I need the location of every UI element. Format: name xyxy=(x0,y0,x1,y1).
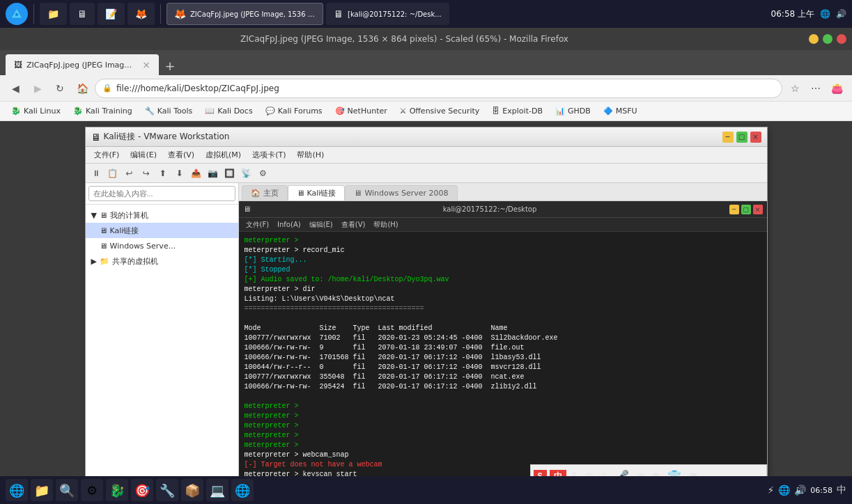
vmware-tool-btn3[interactable]: ↩ xyxy=(122,166,137,181)
taskbar-app-terminal[interactable]: 🖥 xyxy=(70,3,95,25)
taskbar-app-filemgr[interactable]: 📁 xyxy=(40,3,67,25)
bookmark-kali-linux[interactable]: 🐉 Kali Linux xyxy=(6,104,66,119)
bottom-terminal-btn[interactable]: 💻 xyxy=(206,479,229,501)
inner-minimize-btn[interactable]: ─ xyxy=(729,205,739,214)
nav-actions: ☆ ⋯ 👛 xyxy=(785,79,846,98)
inner-menu-edit[interactable]: Info(A) xyxy=(273,218,305,232)
bottom-files-btn[interactable]: 📁 xyxy=(31,479,53,501)
vmware-tool-btn4[interactable]: ↪ xyxy=(139,166,154,181)
vmware-tree-kali[interactable]: 🖥 Kali链接 xyxy=(86,223,238,238)
bottom-tools-btn[interactable]: 🔧 xyxy=(156,479,178,501)
terminal2-icon: 🖥 xyxy=(334,8,343,19)
firefox-close-btn[interactable] xyxy=(837,34,846,44)
bottom-packages-btn[interactable]: 📦 xyxy=(181,479,203,501)
home-tab-label: 主页 xyxy=(263,188,279,198)
back-button[interactable]: ◀ xyxy=(6,79,25,98)
vmware-menu-tabs[interactable]: 选项卡(T) xyxy=(247,147,291,164)
pocket-btn[interactable]: 👛 xyxy=(827,79,846,98)
terminal-line: 100644/rw-r--r-- 0 fil 2020-01-17 06:17:… xyxy=(245,363,761,372)
vmware-tool-btn5[interactable]: ⬆ xyxy=(155,166,171,181)
vmware-menu-view[interactable]: 查看(V) xyxy=(162,147,200,164)
bottom-network-btn[interactable]: 🌐 xyxy=(231,479,254,501)
vmware-tab-kali[interactable]: 🖥 Kali链接 xyxy=(288,185,346,200)
battery-icon[interactable]: ⚡ xyxy=(767,485,774,496)
vmware-tabs: 🏠 主页 🖥 Kali链接 🖥 Windows Server 2008 xyxy=(239,183,767,201)
vmware-tree-my-computer[interactable]: ▼ 🖥 我的计算机 xyxy=(86,207,238,223)
vmware-menu-vm[interactable]: 虚拟机(M) xyxy=(200,147,247,164)
kali-menu-button[interactable] xyxy=(6,3,28,25)
bookmark-ghdb[interactable]: 📊 GHDB xyxy=(550,104,596,119)
bookmark-kali-docs[interactable]: 📖 Kali Docs xyxy=(199,104,258,119)
bookmark-exploit-db[interactable]: 🗄 Exploit-DB xyxy=(486,104,548,119)
network-icon[interactable]: 🌐 xyxy=(820,9,830,19)
vmware-search-input[interactable] xyxy=(88,186,235,201)
msfu-bm-icon: 🔷 xyxy=(603,107,613,116)
address-bar[interactable]: 🔒 file:///home/kali/Desktop/ZICaqFpJ.jpe… xyxy=(95,79,782,98)
inner-maximize-btn[interactable]: □ xyxy=(741,205,751,214)
volume-status-icon[interactable]: 🔊 xyxy=(794,485,806,496)
vmware-menu-help[interactable]: 帮助(H) xyxy=(291,147,330,164)
vmware-tool-btn6[interactable]: ⬇ xyxy=(172,166,187,181)
vmware-tree-shared[interactable]: ▶ 📁 共享的虚拟机 xyxy=(86,253,238,269)
network-status-icon[interactable]: 🌐 xyxy=(778,485,790,496)
terminal-line: meterpreter > dir xyxy=(245,285,761,294)
bottom-kali-btn[interactable]: 🐉 xyxy=(106,479,128,501)
vmware-tool-btn2[interactable]: 📋 xyxy=(105,166,121,181)
nethunter-bm-icon: 🎯 xyxy=(335,107,345,116)
clock-display: 06:58 上午 xyxy=(771,8,814,20)
vmware-tool-pause[interactable]: ⏸ xyxy=(88,166,104,181)
bookmark-kali-forums[interactable]: 💬 Kali Forums xyxy=(260,104,328,119)
bookmark-msfu[interactable]: 🔷 MSFU xyxy=(598,104,643,119)
vmware-tool-btn9[interactable]: 🔲 xyxy=(222,166,238,181)
vmware-minimize-btn[interactable]: ─ xyxy=(722,132,734,143)
new-tab-button[interactable]: + xyxy=(160,56,180,75)
nethunter-bm-label: NetHunter xyxy=(348,107,387,116)
forward-button[interactable]: ▶ xyxy=(28,79,47,98)
vmware-tab-windows[interactable]: 🖥 Windows Server 2008 xyxy=(345,185,457,200)
bottom-settings-btn[interactable]: ⚙ xyxy=(81,479,103,501)
kali-training-bm-label: Kali Training xyxy=(86,107,132,116)
vmware-tool-btn7[interactable]: 📤 xyxy=(189,166,204,181)
bookmark-kali-training[interactable]: 🐉 Kali Training xyxy=(68,104,138,119)
overflow-menu-btn[interactable]: ⋯ xyxy=(806,79,826,98)
inner-menu-edit2[interactable]: 编辑(E) xyxy=(305,218,337,232)
vmware-maximize-btn[interactable]: □ xyxy=(736,132,748,143)
vmware-tabs-area: 🏠 主页 🖥 Kali链接 🖥 Windows Server 2008 xyxy=(239,183,767,503)
taskbar-terminal2-btn[interactable]: 🖥 [kali@20175122: ~/Desk... xyxy=(326,3,449,25)
vmware-tool-btn11[interactable]: ⚙ xyxy=(256,166,271,181)
firefox-minimize-btn[interactable] xyxy=(809,34,819,44)
vmware-tool-snap[interactable]: 📷 xyxy=(206,166,221,181)
terminal-line: 100666/rw-rw-rw- 295424 fil 2020-01-17 0… xyxy=(245,382,761,392)
firefox-navbar: ◀ ▶ ↻ 🏠 🔒 file:///home/kali/Desktop/ZICa… xyxy=(0,75,852,102)
inner-terminal-window: 🖥 kali@20175122:~/Desktop ─ □ × 文件(F) I xyxy=(239,201,767,503)
bookmark-nethunter[interactable]: 🎯 NetHunter xyxy=(330,104,393,119)
bottom-browser-btn[interactable]: 🌐 xyxy=(6,479,28,501)
volume-icon[interactable]: 🔊 xyxy=(836,9,846,19)
tab-close-btn[interactable]: × xyxy=(142,59,150,70)
vmware-close-btn[interactable]: × xyxy=(750,132,761,143)
vmware-menu-file[interactable]: 文件(F) xyxy=(88,147,125,164)
bookmarks-btn[interactable]: ☆ xyxy=(785,79,805,98)
inner-menu-view[interactable]: 查看(V) xyxy=(337,218,370,232)
vmware-tool-btn10[interactable]: 📡 xyxy=(239,166,254,181)
inner-menu-help[interactable]: 帮助(H) xyxy=(369,218,402,232)
vmware-menubar: 文件(F) 编辑(E) 查看(V) 虚拟机(M) 选项卡(T) 帮助(H) xyxy=(86,147,767,164)
vmware-tab-home[interactable]: 🏠 主页 xyxy=(242,185,288,200)
taskbar-app-browser[interactable]: 🦊 xyxy=(127,3,155,25)
taskbar-firefox-btn[interactable]: 🦊 ZICaqFpJ.jpeg (JPEG Image, 1536 × 864 … xyxy=(166,3,323,25)
home-button[interactable]: 🏠 xyxy=(72,79,92,98)
firefox-tab-active[interactable]: 🖼 ZICaqFpJ.jpeg (JPEG Image... × xyxy=(6,54,159,75)
bottom-search-btn[interactable]: 🔍 xyxy=(56,479,78,501)
editor-icon: 📝 xyxy=(105,8,117,19)
reload-button[interactable]: ↻ xyxy=(50,79,70,98)
taskbar-app-texteditor[interactable]: 📝 xyxy=(98,3,125,25)
bookmark-kali-tools[interactable]: 🔧 Kali Tools xyxy=(139,104,198,119)
firefox-maximize-btn[interactable] xyxy=(823,34,832,44)
vmware-tree-windows[interactable]: 🖥 Windows Serve... xyxy=(86,238,238,253)
ime-status-icon[interactable]: 中 xyxy=(837,484,846,496)
inner-close-btn[interactable]: × xyxy=(753,205,763,214)
inner-menu-file[interactable]: 文件(F) xyxy=(242,218,274,232)
vmware-menu-edit[interactable]: 编辑(E) xyxy=(125,147,162,164)
bottom-target-btn[interactable]: 🎯 xyxy=(131,479,153,501)
bookmark-offensive-security[interactable]: ⚔ Offensive Security xyxy=(394,104,486,119)
